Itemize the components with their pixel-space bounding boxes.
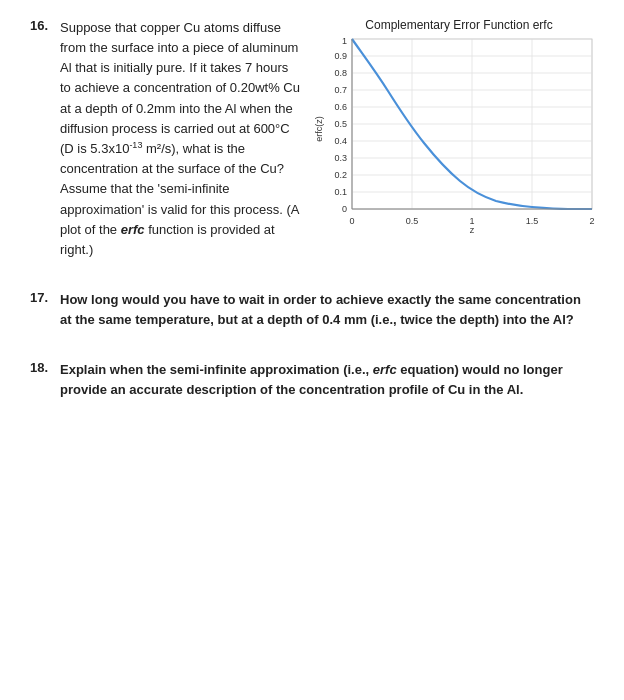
svg-text:0.8: 0.8 xyxy=(334,68,347,78)
chart-svg: 0 0.1 0.2 0.3 0.4 0.5 0.6 0.7 0.8 0.9 1 … xyxy=(314,34,604,234)
q16-number: 16. xyxy=(30,18,58,33)
q16-paragraph: Suppose that copper Cu atoms diffuse fro… xyxy=(60,18,300,260)
svg-text:erfc(z): erfc(z) xyxy=(314,116,324,142)
svg-text:0: 0 xyxy=(342,204,347,214)
svg-text:0.5: 0.5 xyxy=(406,216,419,226)
svg-text:0.4: 0.4 xyxy=(334,136,347,146)
page: 16. Suppose that copper Cu atoms diffuse… xyxy=(0,0,624,431)
q17-row: 17. How long would you have to wait in o… xyxy=(30,290,594,330)
svg-text:1.5: 1.5 xyxy=(526,216,539,226)
svg-text:0: 0 xyxy=(349,216,354,226)
chart-title-normal: Complementary Error Function xyxy=(365,18,532,32)
q16-text: Suppose that copper Cu atoms diffuse fro… xyxy=(60,18,300,260)
svg-text:0.5: 0.5 xyxy=(334,119,347,129)
svg-text:2: 2 xyxy=(589,216,594,226)
q17-number: 17. xyxy=(30,290,58,330)
chart-title-italic: erfc xyxy=(533,18,553,32)
question-18: 18. Explain when the semi-infinite appro… xyxy=(30,360,594,400)
chart-container: Complementary Error Function erfc xyxy=(314,18,604,238)
q16-chart-col: Complementary Error Function erfc xyxy=(314,18,604,238)
svg-text:0.6: 0.6 xyxy=(334,102,347,112)
svg-text:1: 1 xyxy=(342,36,347,46)
q17-bold: How long would you have to wait in order… xyxy=(60,292,581,327)
chart-title: Complementary Error Function erfc xyxy=(314,18,604,32)
q18-text: Explain when the semi-infinite approxima… xyxy=(60,360,594,400)
q18-row: 18. Explain when the semi-infinite appro… xyxy=(30,360,594,400)
question-16: 16. Suppose that copper Cu atoms diffuse… xyxy=(30,18,594,260)
q18-bold: Explain when the semi-infinite approxima… xyxy=(60,362,563,397)
svg-text:0.2: 0.2 xyxy=(334,170,347,180)
svg-text:0.9: 0.9 xyxy=(334,51,347,61)
chart-area: 0 0.1 0.2 0.3 0.4 0.5 0.6 0.7 0.8 0.9 1 … xyxy=(314,34,604,234)
svg-text:0.7: 0.7 xyxy=(334,85,347,95)
svg-text:0.3: 0.3 xyxy=(334,153,347,163)
q17-text: How long would you have to wait in order… xyxy=(60,290,594,330)
svg-text:0.1: 0.1 xyxy=(334,187,347,197)
q18-number: 18. xyxy=(30,360,58,400)
svg-text:z: z xyxy=(470,225,475,234)
question-17: 17. How long would you have to wait in o… xyxy=(30,290,594,330)
